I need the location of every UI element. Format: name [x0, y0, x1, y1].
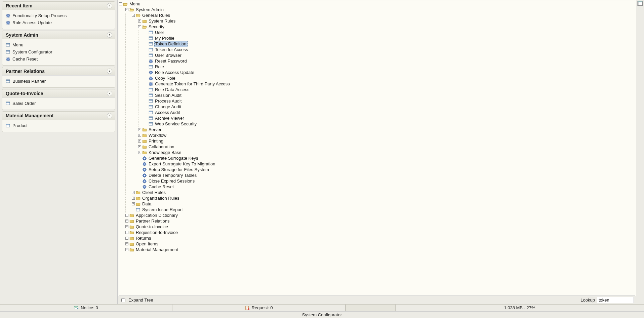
collapse-icon[interactable]: « [107, 69, 112, 74]
tree-node[interactable]: -General Rules [119, 12, 635, 18]
expand-icon[interactable]: + [125, 225, 128, 228]
expand-icon[interactable]: + [138, 145, 141, 148]
tree-node[interactable]: Generate Token for Third Party Access [119, 81, 635, 87]
expand-icon[interactable]: + [125, 220, 128, 223]
tree-node[interactable]: +Organization Rules [119, 195, 635, 201]
tree-node[interactable]: Generate Surrogate Keys [119, 155, 635, 161]
tree-node[interactable]: My Profile [119, 35, 635, 41]
status-notice[interactable]: Notice: 0 [0, 304, 172, 311]
tree-node[interactable]: +Client Rules [119, 190, 635, 195]
tree-leaf-spacer [145, 122, 148, 125]
collapse-icon[interactable]: « [107, 3, 112, 8]
sidebar-item[interactable]: Business Partner [4, 78, 113, 85]
sidebar-item[interactable]: Sales Order [4, 100, 113, 107]
tree-node[interactable]: Delete Temporary Tables [119, 172, 635, 178]
expand-icon[interactable]: + [125, 248, 128, 251]
tree-node[interactable]: +Printing [119, 138, 635, 144]
expand-icon[interactable]: + [132, 191, 135, 194]
collapse-icon[interactable]: - [132, 14, 135, 17]
window-icon [149, 30, 153, 35]
expand-icon[interactable]: + [125, 242, 128, 245]
tree-scroll[interactable]: -Menu-System Admin-General Rules+System … [119, 0, 635, 296]
sidebar-section-header[interactable]: Partner Relations« [2, 67, 115, 76]
lookup-input[interactable] [597, 297, 634, 303]
tree-node[interactable]: +System Rules [119, 18, 635, 24]
tree-node[interactable]: Role Data Access [119, 87, 635, 92]
tree-node[interactable]: +Knowledge Base [119, 150, 635, 155]
collapse-icon[interactable]: - [125, 8, 128, 11]
sidebar-item[interactable]: Menu [4, 41, 113, 48]
expand-tree-label[interactable]: Expand Tree [128, 297, 153, 303]
tree-node[interactable]: +Server [119, 127, 635, 132]
expand-icon[interactable]: + [138, 134, 141, 137]
tree-node[interactable]: Access Audit [119, 110, 635, 115]
tree-node[interactable]: Role [119, 64, 635, 70]
tree-node-label: Collaboration [148, 144, 175, 150]
tree-node[interactable]: Role Access Update [119, 70, 635, 75]
svg-point-127 [144, 169, 145, 170]
tree-node[interactable]: Reset Password [119, 58, 635, 64]
tree-node[interactable]: +Quote-to-Invoice [119, 224, 635, 230]
sidebar-item[interactable]: Product [4, 122, 113, 129]
tree-node[interactable]: Setup Storage for Files System [119, 167, 635, 172]
sidebar-section-header[interactable]: System Admin« [2, 31, 115, 39]
tree-node[interactable]: Token for Access [119, 47, 635, 52]
expand-icon[interactable]: + [138, 151, 141, 154]
tree-node[interactable]: Close Expired Sessions [119, 178, 635, 184]
status-memory[interactable]: 1,038 MB - 27% [395, 304, 644, 311]
tree-node[interactable]: Archive Viewer [119, 115, 635, 121]
sidebar-section-header[interactable]: Quote-to-Invoice« [2, 89, 115, 98]
expand-icon[interactable]: + [125, 214, 128, 217]
collapse-icon[interactable]: « [107, 32, 112, 38]
sidebar-item[interactable]: Cache Reset [4, 55, 113, 63]
collapse-icon[interactable]: « [107, 113, 112, 118]
gear-icon [142, 185, 147, 189]
side-toggle-button[interactable] [637, 1, 643, 6]
tree-node[interactable]: Change Audit [119, 104, 635, 110]
expand-icon[interactable]: + [138, 128, 141, 131]
expand-tree-checkbox[interactable] [121, 298, 125, 302]
sidebar-item[interactable]: Role Access Update [4, 19, 113, 26]
tree-node[interactable]: Session Audit [119, 92, 635, 98]
expand-icon[interactable]: + [138, 19, 141, 23]
tree-node[interactable]: Cache Reset [119, 184, 635, 190]
expand-icon[interactable]: + [125, 237, 128, 240]
tree-node[interactable]: +Requisition-to-Invoice [119, 230, 635, 235]
sidebar-section-header[interactable]: Recent Item« [2, 2, 115, 10]
tree-node[interactable]: +Application Dictionary [119, 212, 635, 218]
sidebar-section-header[interactable]: Material Management« [2, 112, 115, 120]
expand-icon[interactable]: + [125, 231, 128, 234]
window-icon [149, 116, 153, 121]
sidebar-item[interactable]: Functionality Setup Process [4, 12, 113, 19]
tree-node[interactable]: User [119, 30, 635, 35]
tree-node[interactable]: -System Admin [119, 7, 635, 12]
folder-icon [136, 196, 140, 201]
collapse-icon[interactable]: - [138, 25, 141, 28]
tree-node[interactable]: +Material Management [119, 247, 635, 252]
sidebar-item[interactable]: System Configurator [4, 48, 113, 55]
tree-node[interactable]: Web Service Security [119, 121, 635, 127]
expand-icon[interactable]: + [138, 140, 141, 143]
tree-node[interactable]: -Menu [119, 1, 635, 7]
window-icon [6, 101, 10, 106]
status-request[interactable]: Request: 0 [172, 304, 346, 311]
tree-node[interactable]: User Browser [119, 52, 635, 58]
tree-node[interactable]: +Partner Relations [119, 218, 635, 224]
tree-node[interactable]: +Data [119, 201, 635, 207]
expand-icon[interactable]: + [132, 197, 135, 200]
tree-node[interactable]: Export Surrogate Key To Migration [119, 161, 635, 167]
collapse-icon[interactable]: « [107, 91, 112, 96]
collapse-icon[interactable]: - [119, 2, 122, 5]
expand-icon[interactable]: + [132, 202, 135, 205]
tree-node[interactable]: +Returns [119, 235, 635, 241]
svg-line-155 [146, 180, 146, 180]
tree-node[interactable]: Process Audit [119, 98, 635, 104]
tree-node[interactable]: +Open Items [119, 241, 635, 247]
tree-node[interactable]: -Security [119, 24, 635, 30]
tree-node[interactable]: +Collaboration [119, 144, 635, 150]
tree-node[interactable]: System Issue Report [119, 207, 635, 212]
tree-node[interactable]: Token Definition [119, 41, 635, 47]
tree-node[interactable]: +Workflow [119, 132, 635, 138]
sidebar-section-title: Partner Relations [6, 69, 45, 74]
tree-node[interactable]: Copy Role [119, 75, 635, 81]
